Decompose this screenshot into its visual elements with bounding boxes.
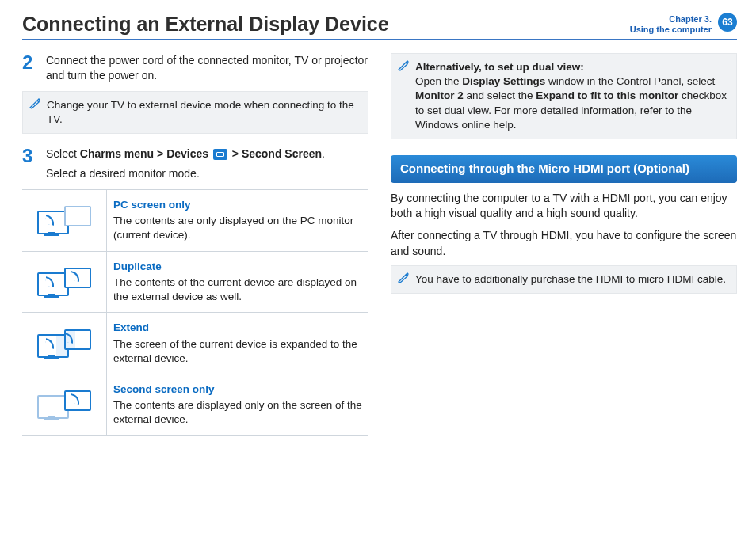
mode-cell: Duplicate The contents of the current de… bbox=[107, 251, 369, 313]
step-number: 2 bbox=[22, 53, 38, 83]
page-header: Connecting an External Display Device Ch… bbox=[22, 13, 737, 40]
note-dual-b: window in the Control Panel, select bbox=[545, 75, 715, 87]
mode-cell: Second screen only The contents are disp… bbox=[107, 374, 369, 435]
note-hdmi-cable-text: You have to additionally purchase the HD… bbox=[415, 273, 726, 285]
mode-desc: The contents of the current device are d… bbox=[113, 276, 357, 302]
step-3-suffix: . bbox=[322, 147, 325, 160]
step-2-text: Connect the power cord of the connected … bbox=[46, 53, 368, 83]
hdmi-paragraph-1: By connecting the computer to a TV with … bbox=[391, 191, 737, 222]
mode-icon-second-only bbox=[22, 374, 107, 435]
devices-icon bbox=[213, 149, 227, 160]
chapter-line2: Using the computer bbox=[630, 25, 712, 35]
monitor-2-label: Monitor 2 bbox=[415, 89, 464, 101]
mode-desc: The contents are only displayed on the P… bbox=[113, 215, 353, 241]
step-3-body: Select Charms menu > Devices > Second Sc… bbox=[46, 146, 368, 181]
step-number: 3 bbox=[22, 146, 38, 181]
step-3: 3 Select Charms menu > Devices > Second … bbox=[22, 146, 368, 181]
mode-desc: The screen of the current device is expa… bbox=[113, 338, 357, 364]
page-number-badge: 63 bbox=[718, 13, 737, 32]
note-icon bbox=[29, 98, 40, 109]
step-2: 2 Connect the power cord of the connecte… bbox=[22, 53, 368, 83]
note-dual-a: Open the bbox=[415, 75, 462, 87]
mode-icon-duplicate bbox=[22, 251, 107, 313]
mode-title: Second screen only bbox=[113, 382, 362, 397]
step-3-prefix: Select bbox=[46, 147, 80, 160]
mode-title: PC screen only bbox=[113, 198, 362, 212]
mode-icon-extend bbox=[22, 313, 107, 374]
note-dual-c: and select the bbox=[464, 89, 536, 101]
mode-desc: The contents are displayed only on the s… bbox=[113, 399, 362, 425]
mode-title: Extend bbox=[113, 321, 362, 335]
display-settings-label: Display Settings bbox=[462, 75, 545, 87]
page-title: Connecting an External Display Device bbox=[22, 13, 630, 36]
mode-cell: PC screen only The contents are only dis… bbox=[107, 190, 369, 252]
table-row: Extend The screen of the current device … bbox=[22, 313, 368, 374]
mode-cell: Extend The screen of the current device … bbox=[107, 313, 369, 374]
left-column: 2 Connect the power cord of the connecte… bbox=[22, 53, 368, 436]
table-row: Duplicate The contents of the current de… bbox=[22, 251, 368, 313]
note-dual-view-title: Alternatively, to set up dual view: bbox=[415, 61, 584, 73]
right-column: Alternatively, to set up dual view: Open… bbox=[391, 53, 737, 436]
note-hdmi-cable: You have to additionally purchase the HD… bbox=[391, 265, 737, 294]
hdmi-paragraph-2: After connecting a TV through HDMI, you … bbox=[391, 228, 737, 259]
charms-devices-label: Charms menu > Devices bbox=[80, 147, 208, 160]
chapter-label: Chapter 3. Using the computer bbox=[630, 14, 712, 35]
expand-checkbox-label: Expand to fit to this monitor bbox=[536, 89, 678, 101]
section-heading-hdmi: Connecting through the Micro HDMI port (… bbox=[391, 155, 737, 183]
note-icon bbox=[398, 272, 409, 283]
step-3-line2: Select a desired monitor mode. bbox=[46, 167, 200, 180]
monitor-modes-table: PC screen only The contents are only dis… bbox=[22, 189, 368, 436]
note-icon bbox=[398, 60, 409, 71]
second-screen-label: > Second Screen bbox=[232, 147, 322, 160]
mode-icon-pc-only bbox=[22, 190, 107, 252]
table-row: PC screen only The contents are only dis… bbox=[22, 190, 368, 252]
note-dual-view: Alternatively, to set up dual view: Open… bbox=[391, 53, 737, 139]
chapter-line1: Chapter 3. bbox=[630, 14, 712, 25]
mode-title: Duplicate bbox=[113, 260, 362, 274]
note-tv-mode-text: Change your TV to external device mode w… bbox=[47, 99, 354, 125]
table-row: Second screen only The contents are disp… bbox=[22, 374, 368, 435]
note-tv-mode: Change your TV to external device mode w… bbox=[22, 91, 368, 134]
